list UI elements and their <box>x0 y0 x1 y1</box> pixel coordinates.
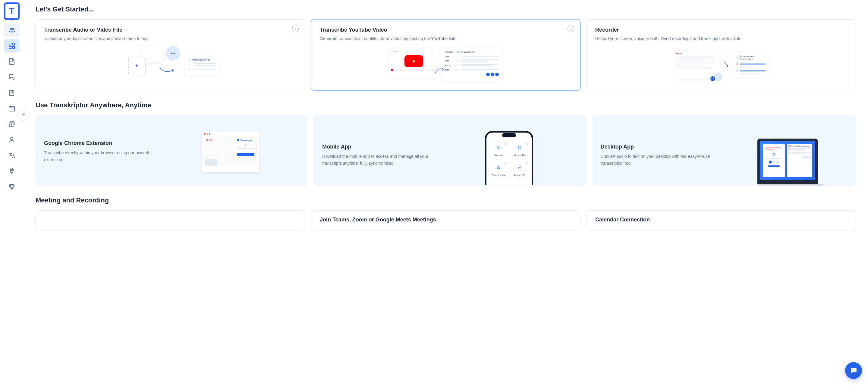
card-transcribe-youtube[interactable]: i Transcribe YouTube Video Generate tran… <box>311 19 581 90</box>
card-title: Google Chrome Extension <box>44 140 156 147</box>
card-title: Calendar Connection <box>595 217 847 223</box>
svg-rect-4 <box>9 46 11 49</box>
svg-point-18 <box>174 53 175 54</box>
sidebar-item-gift[interactable] <box>4 118 20 131</box>
section-title-meeting: Meeting and Recording <box>36 196 856 204</box>
notes-icon <box>8 89 16 96</box>
chat-fab-button[interactable] <box>845 362 862 379</box>
card-join-zoom[interactable]: Join Teams, Zoom or Google Meets Meeting… <box>311 210 581 230</box>
sidebar-item-team[interactable] <box>4 24 20 37</box>
card-recorder[interactable]: Recorder Record your screen, voice or bo… <box>587 19 856 90</box>
svg-rect-5 <box>12 46 14 49</box>
team-icon <box>8 27 16 34</box>
card-title: Recorder <box>595 27 847 33</box>
file-icon <box>8 58 16 65</box>
sidebar-item-dashboard[interactable] <box>4 39 20 53</box>
chat-bubble-icon <box>849 366 858 375</box>
card-title: Desktop App <box>601 144 713 150</box>
upload-arrow-icon <box>134 63 140 69</box>
card-calendar-connection[interactable]: Calendar Connection <box>587 210 856 230</box>
diamond-icon <box>8 183 16 190</box>
card-title: Join Teams, Zoom or Google Meets Meeting… <box>320 217 572 223</box>
card-illustration: REC CR 📄AI Generated Transcr <box>595 47 847 83</box>
sidebar-item-chat[interactable] <box>4 70 20 84</box>
info-icon[interactable]: i <box>292 26 299 32</box>
svg-point-17 <box>173 53 173 54</box>
card-illustration: Auto Recording in Progress 🎙 AI Generate… <box>719 125 856 186</box>
main-content: Let's Get Started... i Transcribe Audio … <box>24 0 868 385</box>
card-title: Transcribe Audio or Video File <box>44 27 296 33</box>
card-desc: Download the mobile app to access and ma… <box>322 153 435 167</box>
anywhere-row: Google Chrome Extension Transcribe direc… <box>36 115 856 186</box>
card-illustration: 📄 Transcription File 01:12 01:13 <box>44 47 296 83</box>
sidebar-item-profile[interactable] <box>4 133 20 147</box>
card-chrome-extension[interactable]: Google Chrome Extension Transcribe direc… <box>36 115 308 186</box>
svg-point-0 <box>10 28 12 30</box>
chevron-right-double-icon <box>21 112 26 117</box>
card-desc: Generate transcripts or subtitles from v… <box>320 36 534 42</box>
sidebar-item-files[interactable] <box>4 55 20 68</box>
sidebar-item-premium[interactable] <box>4 180 20 193</box>
svg-point-16 <box>171 53 172 54</box>
card-join-meeting[interactable] <box>36 210 305 230</box>
calendar-icon <box>8 105 16 112</box>
sidebar-item-integrations[interactable] <box>4 164 20 178</box>
card-title: Mobile App <box>322 144 435 150</box>
get-started-row: i Transcribe Audio or Video File Upload … <box>36 19 856 90</box>
app-logo[interactable]: T <box>4 2 20 20</box>
card-title: Transcribe YouTube Video <box>320 27 572 33</box>
info-icon[interactable]: i <box>567 26 574 32</box>
chat-icon <box>8 73 16 81</box>
svg-rect-8 <box>9 106 14 111</box>
card-desc: Transcribe directly within your browser … <box>44 150 156 163</box>
svg-point-1 <box>13 28 14 30</box>
sidebar-expand-button[interactable] <box>18 108 30 121</box>
plug-icon <box>8 167 16 175</box>
sidebar-item-translate[interactable] <box>4 149 20 162</box>
svg-point-15 <box>10 137 13 140</box>
gift-icon <box>8 121 16 128</box>
card-illustration: REC 📘 Transkriptor <box>162 125 300 178</box>
user-icon <box>8 136 16 143</box>
card-transcribe-file[interactable]: i Transcribe Audio or Video File Upload … <box>36 19 305 90</box>
card-desc: Record your screen, voice or both. Send … <box>595 36 809 42</box>
card-desc: Upload any audio or video files and conv… <box>44 36 258 42</box>
meeting-row: Join Teams, Zoom or Google Meets Meeting… <box>36 210 856 230</box>
section-title-anywhere: Use Transkriptor Anywhere, Anytime <box>36 101 856 109</box>
svg-rect-2 <box>9 43 11 45</box>
dashboard-icon <box>8 42 16 50</box>
card-illustration: URL Youtube - How to transcript... Jack0… <box>320 47 572 83</box>
card-mobile-app[interactable]: Mobile App Download the mobile app to ac… <box>314 115 586 186</box>
card-illustration: iRecord iPick a file iShare a file iFrom… <box>441 125 578 186</box>
youtube-play-icon <box>411 59 416 64</box>
card-desc: Convert audio to text on your desktop wi… <box>601 153 713 167</box>
section-title-get-started: Let's Get Started... <box>36 5 856 13</box>
sidebar-item-notes[interactable] <box>4 86 20 99</box>
translate-icon <box>8 152 16 159</box>
sidebar-item-calendar[interactable] <box>4 102 20 115</box>
svg-rect-3 <box>12 43 14 45</box>
sidebar: T <box>0 0 24 385</box>
card-desktop-app[interactable]: Desktop App Convert audio to text on you… <box>592 115 856 186</box>
